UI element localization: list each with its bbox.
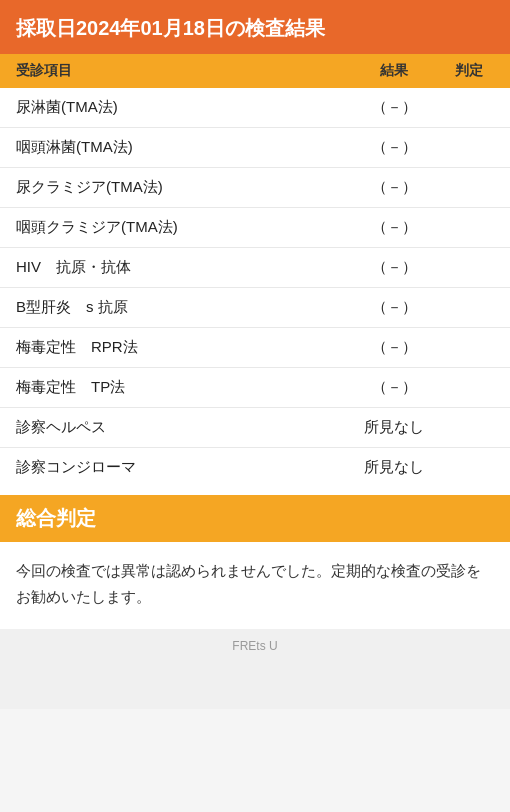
column-header: 受診項目 結果 判定 bbox=[0, 54, 510, 88]
row-item-label: 梅毒定性 RPR法 bbox=[16, 338, 344, 357]
table-row: 梅毒定性 RPR法（－） bbox=[0, 328, 510, 368]
header-banner: 採取日2024年01月18日の検査結果 bbox=[0, 0, 510, 54]
table-rows: 尿淋菌(TMA法)（－）咽頭淋菌(TMA法)（－）尿クラミジア(TMA法)（－）… bbox=[0, 88, 510, 487]
row-item-label: B型肝炎 s 抗原 bbox=[16, 298, 344, 317]
summary-text-area: 今回の検査では異常は認められませんでした。定期的な検査の受診をお勧めいたします。 bbox=[0, 542, 510, 629]
footer-area: FREts U bbox=[0, 629, 510, 709]
col-item-label: 受診項目 bbox=[16, 62, 344, 80]
section-header: 総合判定 bbox=[0, 495, 510, 542]
table-row: 梅毒定性 TP法（－） bbox=[0, 368, 510, 408]
row-result-value: 所見なし bbox=[344, 418, 444, 437]
row-item-label: 尿淋菌(TMA法) bbox=[16, 98, 344, 117]
col-result-label: 結果 bbox=[344, 62, 444, 80]
table-row: 尿クラミジア(TMA法)（－） bbox=[0, 168, 510, 208]
table-row: 尿淋菌(TMA法)（－） bbox=[0, 88, 510, 128]
row-result-value: （－） bbox=[344, 298, 444, 317]
table-row: HIV 抗原・抗体（－） bbox=[0, 248, 510, 288]
row-item-label: 診察ヘルペス bbox=[16, 418, 344, 437]
table-row: 咽頭淋菌(TMA法)（－） bbox=[0, 128, 510, 168]
summary-title: 総合判定 bbox=[16, 505, 494, 532]
row-item-label: 咽頭淋菌(TMA法) bbox=[16, 138, 344, 157]
row-result-value: （－） bbox=[344, 378, 444, 397]
page-container: 採取日2024年01月18日の検査結果 受診項目 結果 判定 尿淋菌(TMA法)… bbox=[0, 0, 510, 709]
footer-text: FREts U bbox=[10, 639, 500, 653]
row-item-label: 診察コンジローマ bbox=[16, 458, 344, 477]
row-result-value: （－） bbox=[344, 138, 444, 157]
col-judgement-label: 判定 bbox=[444, 62, 494, 80]
row-item-label: HIV 抗原・抗体 bbox=[16, 258, 344, 277]
row-result-value: （－） bbox=[344, 338, 444, 357]
table-row: 診察コンジローマ所見なし bbox=[0, 448, 510, 487]
row-item-label: 尿クラミジア(TMA法) bbox=[16, 178, 344, 197]
row-item-label: 梅毒定性 TP法 bbox=[16, 378, 344, 397]
row-result-value: （－） bbox=[344, 258, 444, 277]
row-result-value: （－） bbox=[344, 98, 444, 117]
row-result-value: （－） bbox=[344, 178, 444, 197]
table-row: 診察ヘルペス所見なし bbox=[0, 408, 510, 448]
row-result-value: 所見なし bbox=[344, 458, 444, 477]
summary-body: 今回の検査では異常は認められませんでした。定期的な検査の受診をお勧めいたします。 bbox=[16, 558, 494, 609]
table-row: 咽頭クラミジア(TMA法)（－） bbox=[0, 208, 510, 248]
page-title: 採取日2024年01月18日の検査結果 bbox=[16, 14, 494, 42]
row-item-label: 咽頭クラミジア(TMA法) bbox=[16, 218, 344, 237]
row-result-value: （－） bbox=[344, 218, 444, 237]
table-row: B型肝炎 s 抗原（－） bbox=[0, 288, 510, 328]
